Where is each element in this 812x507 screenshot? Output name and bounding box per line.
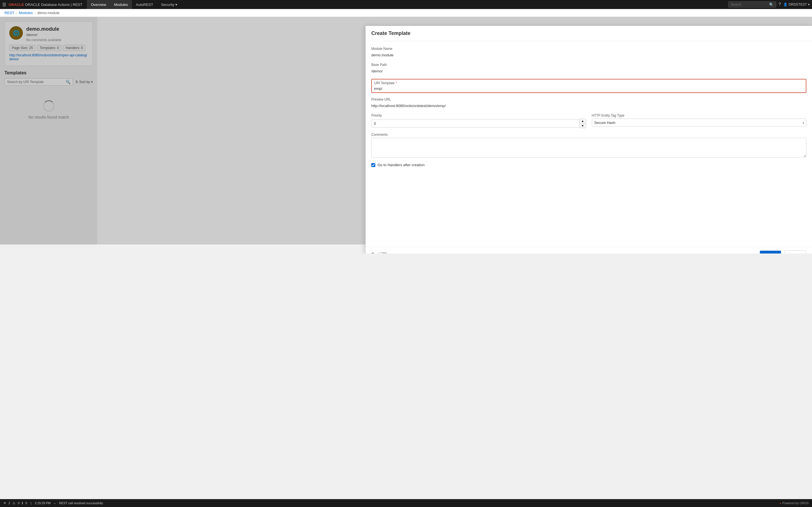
resize-handle-icon: ⤡ [803, 154, 806, 158]
priority-input[interactable] [371, 119, 579, 128]
uri-template-label: URI Template * [374, 81, 804, 85]
nav-modules[interactable]: Modules [110, 0, 132, 9]
breadcrumb-current: demo.module [38, 11, 60, 15]
toggle-knob [378, 252, 383, 254]
uri-template-container: URI Template * [371, 79, 806, 93]
textarea-wrapper: ⤡ [371, 138, 806, 158]
dialog-footer: ? Show code Create Cancel [366, 247, 812, 253]
comments-field: Comments ⤡ [371, 133, 806, 158]
breadcrumb-rest[interactable]: REST [4, 11, 14, 15]
priority-field: Priority ▲ ▼ [371, 114, 586, 128]
priority-down-button[interactable]: ▼ [580, 123, 586, 128]
nav-security[interactable]: Security ▾ [157, 0, 181, 9]
module-name-field: Module Name demo.module [371, 47, 806, 58]
search-box: 🔍 [728, 1, 776, 8]
priority-label: Priority [371, 114, 586, 117]
uri-template-input[interactable] [374, 87, 804, 91]
comments-label: Comments [371, 133, 806, 136]
go-to-handlers-label: Go to Handlers after creation [377, 163, 424, 167]
show-code-label: Show code [391, 252, 409, 253]
app-title: ORACLE Database Actions | REST [25, 3, 83, 7]
go-to-handlers-checkbox[interactable] [371, 163, 375, 167]
go-to-handlers-row: Go to Handlers after creation [371, 163, 806, 167]
nav-autorest[interactable]: AutoREST [132, 0, 157, 9]
uri-template-group: URI Template * [371, 79, 806, 93]
top-navigation: ☰ ORACLE ORACLE Database Actions | REST … [0, 0, 812, 9]
http-entity-select[interactable]: Secure Hash Query None [592, 119, 807, 127]
http-entity-label: HTTP Entity Tag Type [592, 114, 807, 117]
search-icon: 🔍 [769, 3, 774, 7]
breadcrumb-modules[interactable]: Modules [19, 11, 33, 15]
chevron-down-icon: ▾ [175, 3, 177, 7]
show-code-toggle[interactable] [377, 252, 388, 254]
base-path-field: Base Path /demo/ [371, 63, 806, 74]
comments-textarea[interactable] [371, 138, 806, 158]
breadcrumb-sep-2: › [35, 11, 36, 15]
nav-overview[interactable]: Overview [87, 0, 110, 9]
priority-wrapper: ▲ ▼ [371, 119, 586, 128]
cancel-button[interactable]: Cancel [784, 250, 806, 253]
priority-controls: ▲ ▼ [579, 119, 586, 128]
http-entity-select-wrapper: Secure Hash Query None ▾ [592, 119, 807, 127]
breadcrumb-sep-1: › [16, 11, 17, 15]
oracle-logo: ORACLE [8, 3, 24, 7]
two-col-row: Priority ▲ ▼ HTTP Entity Tag Type Secure… [371, 114, 806, 133]
base-path-value: /demo/ [371, 68, 806, 74]
http-entity-field: HTTP Entity Tag Type Secure Hash Query N… [592, 114, 807, 128]
create-template-dialog: Create Template Module Name demo.module … [365, 26, 812, 253]
search-input[interactable] [731, 3, 767, 6]
username-label: ORDSTEST [789, 3, 807, 6]
security-label: Security [161, 3, 174, 7]
dialog-title: Create Template [366, 26, 812, 41]
uri-required-marker: * [396, 81, 397, 85]
priority-up-button[interactable]: ▲ [580, 119, 586, 123]
dialog-help-icon[interactable]: ? [371, 252, 374, 253]
preview-url-value: http://localhost:8080/ords/ordstest/demo… [371, 103, 806, 109]
preview-url-label: Preview URL [371, 98, 806, 101]
module-name-value: demo.module [371, 52, 806, 58]
user-icon: 👤 [783, 3, 788, 6]
preview-url-field: Preview URL http://localhost:8080/ords/o… [371, 98, 806, 109]
base-path-label: Base Path [371, 63, 806, 67]
main-area: 🌐 demo.module /demo/ No comments availab… [0, 17, 812, 244]
breadcrumb: REST › Modules › demo.module [0, 9, 812, 17]
dialog-body: Module Name demo.module Base Path /demo/… [366, 41, 812, 247]
user-menu[interactable]: 👤 ORDSTEST ▾ [783, 3, 810, 6]
user-chevron-icon: ▾ [808, 3, 810, 6]
module-name-label: Module Name [371, 47, 806, 51]
menu-icon[interactable]: ☰ [2, 2, 6, 7]
create-button[interactable]: Create [760, 251, 781, 253]
help-icon[interactable]: ? [778, 2, 781, 7]
